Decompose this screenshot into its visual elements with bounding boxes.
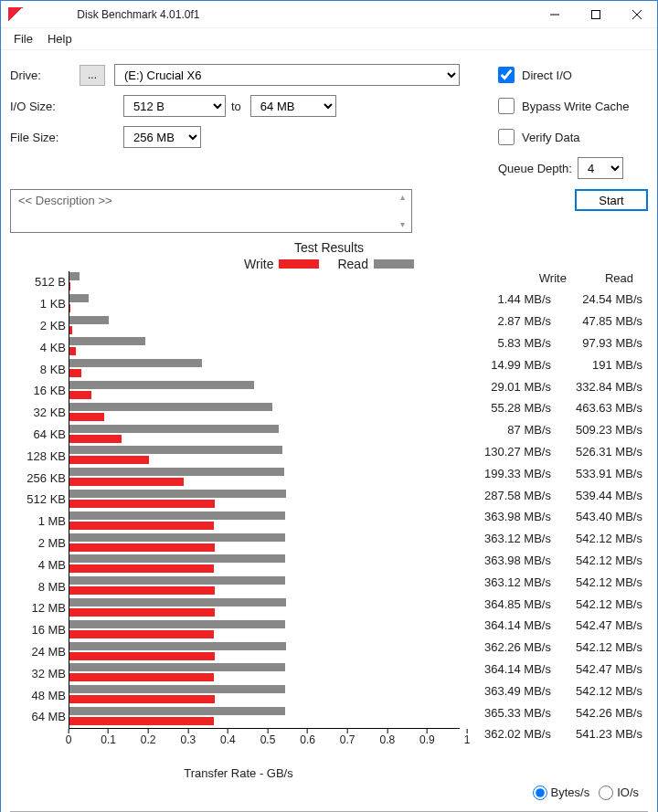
read-bar: [69, 272, 80, 280]
read-value: 542.12 MB/s: [551, 532, 642, 545]
chart-legend: Write Read: [10, 257, 648, 271]
x-tick: 0.9: [419, 729, 435, 746]
value-row: 364.14 MB/s542.47 MB/s: [460, 615, 642, 637]
write-value: 199.33 MB/s: [460, 467, 551, 480]
write-value: 14.99 MB/s: [460, 358, 551, 372]
y-label: 1 KB: [18, 297, 69, 311]
read-value: 542.12 MB/s: [551, 597, 642, 611]
col-read-header: Read: [605, 271, 633, 285]
read-value: 539.44 MB/s: [551, 489, 642, 502]
read-bar: [69, 294, 89, 302]
minimize-button[interactable]: [534, 1, 575, 28]
y-label: 4 MB: [18, 558, 69, 572]
drive-browse-button[interactable]: ...: [80, 65, 105, 86]
close-button[interactable]: [616, 1, 657, 28]
description-input[interactable]: << Description >> ▴ ▾: [10, 189, 412, 233]
chart-row: 2 KB: [69, 315, 460, 337]
chart-row: 4 MB: [69, 554, 460, 575]
menu-help[interactable]: Help: [40, 30, 80, 47]
value-row: 363.12 MB/s542.12 MB/s: [460, 528, 642, 550]
iosize-to-select[interactable]: 64 MB: [250, 95, 336, 117]
write-value: 5.83 MB/s: [460, 336, 551, 350]
filesize-label: File Size:: [10, 131, 80, 144]
bytes-radio[interactable]: [533, 786, 547, 800]
value-row: 5.83 MB/s97.93 MB/s: [460, 332, 642, 354]
chart-row: 32 MB: [69, 662, 460, 684]
read-value: 541.23 MB/s: [551, 727, 642, 741]
x-tick: 0.2: [141, 729, 156, 746]
window-title: Untitled - Disk Benchmark 4.01.0f1: [30, 8, 534, 21]
read-bar: [69, 554, 285, 563]
write-value: 363.12 MB/s: [460, 575, 551, 589]
read-value: 509.23 MB/s: [551, 423, 642, 437]
menu-file[interactable]: File: [6, 30, 40, 47]
value-row: 199.33 MB/s533.91 MB/s: [460, 462, 642, 484]
results-title: Test Results: [10, 240, 648, 255]
read-value: 542.47 MB/s: [551, 618, 642, 632]
value-row: 1.44 MB/s24.54 MB/s: [460, 289, 642, 311]
write-value: 364.85 MB/s: [460, 597, 551, 611]
filesize-select[interactable]: 256 MB: [123, 126, 201, 148]
write-value: 362.26 MB/s: [460, 640, 551, 654]
read-value: 332.84 MB/s: [551, 380, 642, 394]
y-label: 2 MB: [18, 536, 69, 550]
queuedepth-select[interactable]: 4: [578, 157, 623, 179]
write-value: 363.12 MB/s: [460, 532, 551, 545]
y-label: 1 MB: [18, 514, 69, 528]
write-bar: [69, 608, 215, 617]
write-bar: [69, 456, 149, 464]
chart-row: 8 KB: [69, 358, 460, 380]
app-icon: [8, 7, 23, 22]
y-label: 16 KB: [18, 384, 69, 397]
read-bar: [69, 533, 285, 542]
directio-checkbox[interactable]: [498, 67, 515, 83]
value-row: 363.49 MB/s542.12 MB/s: [460, 680, 642, 701]
verify-checkbox[interactable]: [498, 129, 515, 145]
y-label: 2 KB: [18, 319, 69, 332]
write-bar: [69, 522, 214, 530]
write-bar: [69, 543, 215, 552]
svg-rect-1: [591, 10, 600, 18]
write-bar: [69, 695, 215, 703]
start-button[interactable]: Start: [575, 189, 648, 211]
write-bar: [69, 564, 214, 573]
x-axis-label: Transfer Rate - GB/s: [17, 766, 460, 780]
write-value: 363.49 MB/s: [460, 684, 551, 698]
x-tick: 0.3: [180, 729, 196, 746]
bypass-checkbox[interactable]: [498, 98, 515, 114]
bytes-radio-label[interactable]: Bytes/s: [533, 786, 590, 800]
write-value: 363.98 MB/s: [460, 510, 551, 523]
y-label: 8 MB: [18, 580, 69, 594]
chart-row: 1 KB: [69, 293, 460, 315]
ios-radio-label[interactable]: IO/s: [599, 786, 639, 800]
read-bar: [69, 685, 285, 693]
read-bar: [69, 576, 285, 585]
maximize-button[interactable]: [575, 1, 616, 28]
scroll-up-icon[interactable]: ▴: [397, 192, 408, 203]
read-bar: [69, 511, 285, 520]
x-tick: 0: [66, 729, 72, 746]
ios-radio[interactable]: [599, 786, 613, 800]
col-write-header: Write: [539, 271, 567, 285]
x-tick: 0.8: [379, 729, 395, 746]
read-value: 542.12 MB/s: [551, 554, 642, 567]
chart-row: 128 KB: [69, 445, 460, 467]
read-value: 97.93 MB/s: [551, 336, 642, 350]
iosize-from-select[interactable]: 512 B: [123, 95, 226, 117]
write-bar: [69, 652, 215, 660]
verify-label: Verify Data: [522, 131, 580, 144]
y-label: 64 KB: [18, 427, 69, 441]
value-row: 363.12 MB/s542.12 MB/s: [460, 571, 642, 593]
write-bar: [69, 391, 91, 399]
write-value: 362.02 MB/s: [460, 727, 551, 741]
drive-select[interactable]: (E:) Crucial X6: [114, 64, 460, 86]
value-row: 362.02 MB/s541.23 MB/s: [460, 723, 642, 745]
chart-row: 256 KB: [69, 467, 460, 489]
write-value: 364.14 MB/s: [460, 662, 551, 676]
value-row: 364.14 MB/s542.47 MB/s: [460, 659, 642, 680]
chart-row: 24 MB: [69, 641, 460, 663]
value-row: 87 MB/s509.23 MB/s: [460, 419, 642, 441]
scroll-down-icon[interactable]: ▾: [397, 219, 408, 230]
y-label: 64 MB: [18, 710, 69, 723]
y-label: 256 KB: [18, 471, 69, 485]
